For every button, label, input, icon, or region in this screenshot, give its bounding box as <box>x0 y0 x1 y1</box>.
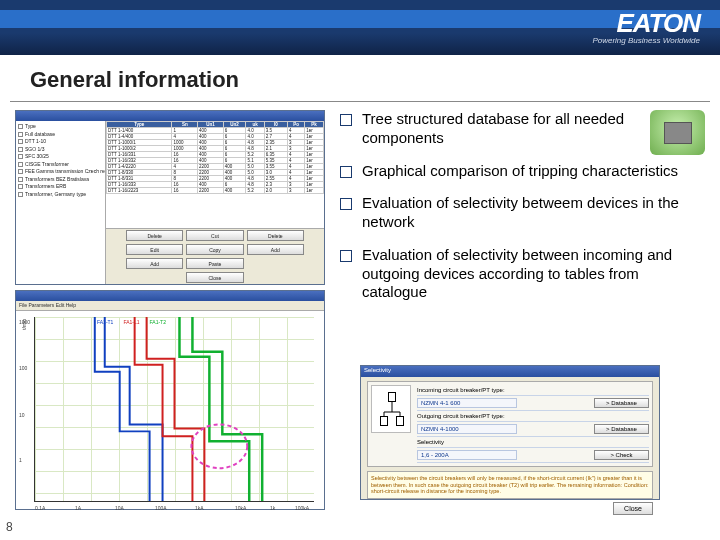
chart-window: File Parameters Edit Help FA1-T1FA1-L1FA… <box>15 290 325 510</box>
db-table[interactable]: TypeSnUn1Un2ukI0PoPkDTT 1-1/400140064.03… <box>106 121 324 229</box>
tree-node[interactable]: Transformers ERB <box>18 183 103 191</box>
svg-point-0 <box>191 424 247 468</box>
outgoing-database-button[interactable]: > Database <box>594 424 649 434</box>
bullet-item: Graphical comparison of tripping charact… <box>340 162 700 181</box>
selectivity-input-group: Incoming circuit breaker/PT type: NZMN 4… <box>367 381 653 467</box>
selectivity-result-label: Selectivity <box>417 439 444 445</box>
tree-node[interactable]: SGO 1/3 <box>18 146 103 154</box>
brand-logo: EATON <box>616 8 700 39</box>
db-add-button[interactable]: Add <box>126 258 183 269</box>
selectivity-note: Selectivity between the circuit breakers… <box>367 471 653 499</box>
header-bar: EATON Powering Business Worldwide <box>0 0 720 55</box>
db-close-button[interactable]: Close <box>186 272 243 283</box>
x-tick: 100A <box>155 505 167 511</box>
incoming-database-button[interactable]: > Database <box>594 398 649 408</box>
selectivity-titlebar: Selectivity <box>361 366 659 377</box>
database-window: TypeFull databaseDTT 1-10SGO 1/3SFC 30/2… <box>15 110 325 285</box>
bullet-item: Evaluation of selectivity between incomi… <box>340 246 700 302</box>
tree-node[interactable]: Transformers BEZ Bratislava <box>18 176 103 184</box>
x-tick: 1A <box>75 505 81 511</box>
db-copy-button[interactable]: Copy <box>186 244 243 255</box>
selectivity-result-field: 1,6 - 200A <box>417 450 517 460</box>
tree-node[interactable]: Full database <box>18 131 103 139</box>
y-tick: 100 <box>19 365 27 371</box>
close-button[interactable]: Close <box>613 502 653 515</box>
x-tick: 10A <box>115 505 124 511</box>
db-add-button[interactable]: Add <box>247 244 304 255</box>
db-titlebar <box>16 111 324 121</box>
chart-titlebar <box>16 291 324 301</box>
check-button[interactable]: > Check <box>594 450 649 460</box>
tree-node[interactable]: FEE Gamma transmission Czech republic <box>18 168 103 176</box>
tree-node[interactable]: DTT 1-10 <box>18 138 103 146</box>
y-tick: 10 <box>19 412 25 418</box>
page-title: General information <box>0 55 720 97</box>
selectivity-window: Selectivity <box>360 365 660 500</box>
x-tick: 100kA <box>295 505 309 511</box>
db-delete-button[interactable]: Delete <box>247 230 304 241</box>
x-tick: 1k <box>270 505 275 511</box>
bullet-item: Tree structured database for all needed … <box>340 110 700 148</box>
brand-tagline: Powering Business Worldwide <box>592 36 700 45</box>
header-stripe <box>0 10 720 28</box>
bullet-list: Tree structured database for all needed … <box>340 110 700 316</box>
db-button-panel: DeleteCutDeleteEditCopyAddAddPasteClose <box>106 229 324 284</box>
x-tick: 10kA <box>235 505 246 511</box>
chart-plot-area: FA1-T1FA1-L1FA1-T2 1000 100 10 1 t/min 0… <box>34 317 314 502</box>
x-tick: 0.1A <box>35 505 45 511</box>
outgoing-field[interactable]: NZMN 4-1000 <box>417 424 517 434</box>
bullet-item: Evaluation of selectivity betweem device… <box>340 194 700 232</box>
y-label: t/min <box>21 319 27 330</box>
tree-node[interactable]: CISGE Transformer <box>18 161 103 169</box>
tree-node[interactable]: Type <box>18 123 103 131</box>
db-tree[interactable]: TypeFull databaseDTT 1-10SGO 1/3SFC 30/2… <box>16 121 106 284</box>
chart-menu[interactable]: File Parameters Edit Help <box>16 301 324 311</box>
y-tick: 1 <box>19 457 22 463</box>
x-tick: 1kA <box>195 505 204 511</box>
db-edit-button[interactable]: Edit <box>126 244 183 255</box>
incoming-field[interactable]: NZMN 4-1 600 <box>417 398 517 408</box>
page-number: 8 <box>6 520 13 534</box>
outgoing-label: Outgoing circuit breaker/PT type: <box>417 413 505 419</box>
breaker-diagram <box>371 385 411 433</box>
tree-node[interactable]: Transformer, Germany type <box>18 191 103 199</box>
incoming-label: Incoming circuit breaker/PT type: <box>417 387 505 393</box>
db-cut-button[interactable]: Cut <box>186 230 243 241</box>
title-rule <box>10 101 710 102</box>
db-paste-button[interactable]: Paste <box>186 258 243 269</box>
db-delete-button[interactable]: Delete <box>126 230 183 241</box>
tree-node[interactable]: SFC 30/25 <box>18 153 103 161</box>
tripping-curves <box>35 317 314 501</box>
table-row[interactable]: DTT 1-16/22231622004005.22.031er <box>107 188 324 194</box>
